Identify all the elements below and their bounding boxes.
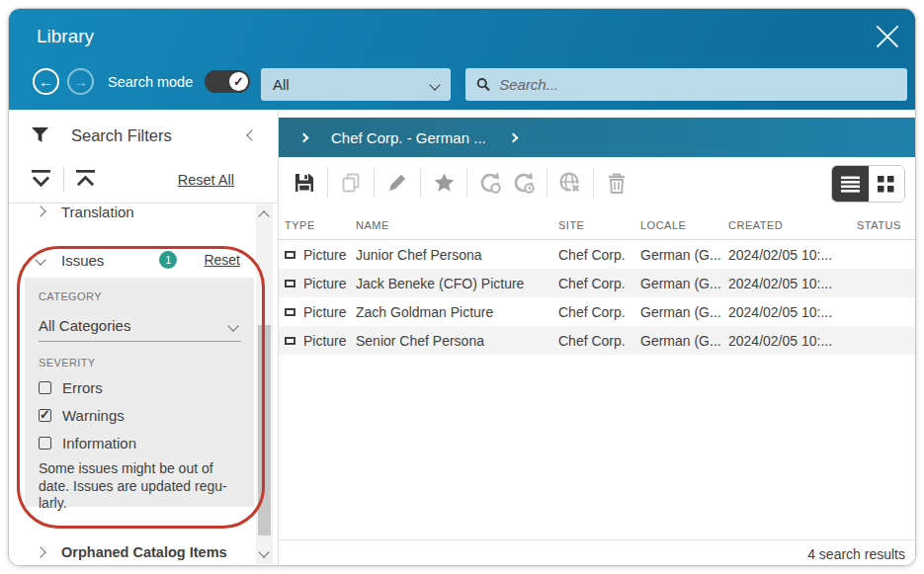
scrollbar-thumb[interactable] [258, 325, 271, 535]
list-view-icon [840, 176, 861, 193]
checkbox-label: Warnings [62, 407, 125, 424]
asset-type-select[interactable]: All [261, 68, 451, 101]
section-label: Issues [61, 252, 104, 269]
severity-label: SEVERITY [39, 357, 241, 369]
filters-scroll-area: Translation Issues 1 Reset CATEGORY All … [9, 205, 254, 566]
grid-view-button[interactable] [869, 166, 905, 202]
duplicate-button[interactable] [338, 170, 364, 196]
duplicate-icon [340, 172, 362, 194]
divider [327, 168, 328, 198]
divider [374, 168, 375, 198]
breadcrumb-chevron-icon[interactable] [299, 132, 309, 142]
favorite-button[interactable] [431, 170, 457, 196]
site-cell: Chef Corp. [558, 333, 640, 349]
severity-option-warnings[interactable]: Warnings [39, 407, 241, 424]
sync-status-icon [512, 171, 536, 195]
issues-count-badge: 1 [159, 251, 177, 269]
chevron-down-icon [227, 320, 238, 331]
toggle-knob-check-icon: ✓ [229, 72, 248, 91]
filter-funnel-icon [31, 126, 49, 143]
locale-cell: German (G... [640, 304, 728, 320]
information-checkbox[interactable] [39, 437, 51, 450]
update-translation-status-button[interactable] [511, 170, 537, 196]
library-window: Library ← → Search mode ✓ All [8, 8, 916, 566]
save-button[interactable] [292, 170, 317, 196]
table-row[interactable]: Picture Zach Goldman Picture Chef Corp. … [279, 297, 915, 326]
locale-cell: German (G... [640, 333, 728, 349]
collapse-sidebar-icon[interactable] [246, 129, 257, 140]
search-mode-toggle[interactable]: ✓ [205, 70, 250, 93]
created-cell: 2024/02/05 10:... [728, 247, 857, 263]
sync-icon [478, 171, 502, 195]
col-status[interactable]: STATUS [857, 219, 915, 231]
filter-section-issues[interactable]: Issues 1 Reset [9, 246, 254, 274]
divider [593, 168, 594, 198]
table-row[interactable]: Picture Jack Beneke (CFO) Picture Chef C… [279, 269, 915, 297]
results-toolbar [279, 157, 915, 208]
search-mode-label: Search mode [108, 74, 193, 90]
col-site[interactable]: SITE [558, 219, 640, 231]
edit-pencil-icon [386, 172, 408, 194]
search-input[interactable] [499, 76, 896, 93]
filter-section-orphaned-catalog-items[interactable]: Orphaned Catalog Items [9, 538, 254, 566]
type-cell: Picture [303, 276, 347, 291]
chevron-down-icon [429, 79, 440, 90]
col-name[interactable]: NAME [356, 219, 558, 231]
breadcrumb-chevron-icon[interactable] [508, 132, 518, 142]
issues-filter-panel: CATEGORY All Categories SEVERITY Errors … [25, 278, 254, 507]
view-mode-toggle [831, 165, 905, 203]
close-icon[interactable] [874, 23, 901, 50]
remove-translations-button[interactable] [557, 170, 583, 196]
filter-section-translation[interactable]: Translation [9, 205, 254, 225]
globe-remove-icon [558, 171, 582, 195]
sidebar-title: Search Filters [71, 126, 172, 145]
forward-arrow-icon: → [73, 73, 88, 90]
issues-reset-link[interactable]: Reset [204, 252, 240, 268]
edit-button[interactable] [384, 170, 410, 196]
picture-type-icon [285, 308, 295, 316]
breadcrumb: Chef Corp. - German ... [279, 118, 915, 157]
chevron-right-icon [35, 205, 45, 216]
col-created[interactable]: CREATED [728, 219, 857, 231]
collapse-all-icon[interactable] [74, 169, 97, 188]
table-row[interactable]: Picture Junior Chef Persona Chef Corp. G… [279, 240, 915, 269]
update-translations-button[interactable] [477, 170, 503, 196]
list-view-button[interactable] [832, 166, 869, 202]
expand-all-icon[interactable] [30, 169, 52, 188]
picture-type-icon [285, 280, 295, 287]
col-type[interactable]: TYPE [285, 219, 356, 231]
category-value: All Categories [39, 317, 130, 334]
sidebar-scrollbar[interactable] [256, 205, 273, 564]
divider [466, 168, 467, 198]
site-cell: Chef Corp. [558, 247, 640, 263]
search-filters-sidebar: Search Filters Reset All Translatio [9, 110, 279, 566]
col-locale[interactable]: LOCALE [640, 219, 728, 231]
grid-view-icon [877, 175, 895, 194]
forward-button[interactable]: → [67, 68, 94, 95]
divider [420, 168, 421, 198]
delete-button[interactable] [604, 170, 630, 196]
warnings-checkbox[interactable] [39, 409, 51, 422]
type-cell: Picture [303, 247, 347, 263]
locale-cell: German (G... [640, 247, 728, 263]
errors-checkbox[interactable] [39, 381, 51, 394]
trash-icon [606, 172, 628, 195]
star-icon [433, 172, 456, 194]
created-cell: 2024/02/05 10:... [728, 304, 857, 320]
severity-option-errors[interactable]: Errors [39, 379, 241, 396]
back-button[interactable]: ← [33, 68, 59, 95]
reset-all-link[interactable]: Reset All [178, 172, 234, 188]
back-arrow-icon: ← [39, 73, 53, 90]
table-row[interactable]: Picture Senior Chef Persona Chef Corp. G… [279, 326, 915, 355]
status-bar: 4 search results [279, 539, 915, 566]
checkbox-label: Information [62, 435, 136, 451]
breadcrumb-item[interactable]: Chef Corp. - German ... [331, 129, 486, 146]
search-box[interactable] [465, 68, 907, 101]
scroll-up-icon[interactable] [258, 210, 269, 221]
scroll-down-icon[interactable] [258, 546, 269, 557]
name-cell: Junior Chef Persona [356, 247, 558, 263]
name-cell: Senior Chef Persona [356, 333, 558, 349]
results-panel: Chef Corp. - German ... [279, 110, 915, 566]
category-select[interactable]: All Categories [39, 310, 241, 342]
severity-option-information[interactable]: Information [39, 435, 241, 451]
